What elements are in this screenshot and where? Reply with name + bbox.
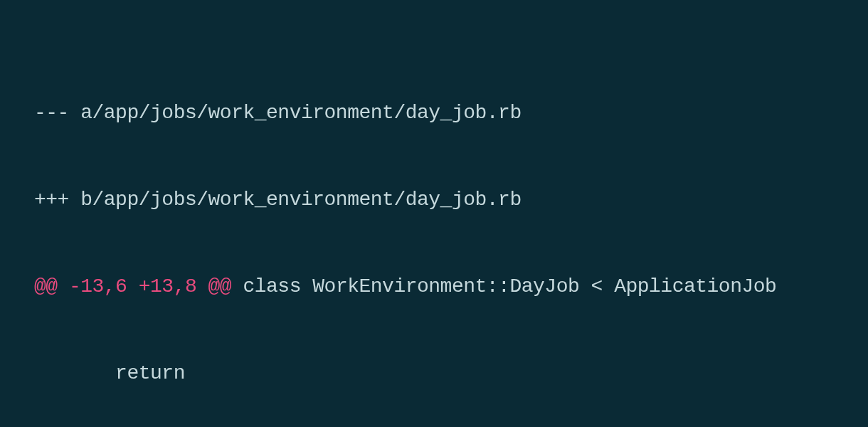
- diff-container: --- a/app/jobs/work_environment/day_job.…: [34, 41, 834, 427]
- diff-file-b: +++ b/app/jobs/work_environment/day_job.…: [34, 186, 834, 215]
- hunk-marker: @@ -13,6 +13,8 @@: [34, 275, 231, 297]
- hunk-context: class WorkEnvironment::DayJob < Applicat…: [231, 275, 776, 297]
- diff-file-a: --- a/app/jobs/work_environment/day_job.…: [34, 99, 834, 128]
- diff-hunk-header: @@ -13,6 +13,8 @@ class WorkEnvironment:…: [34, 273, 834, 302]
- diff-line: return: [34, 359, 834, 389]
